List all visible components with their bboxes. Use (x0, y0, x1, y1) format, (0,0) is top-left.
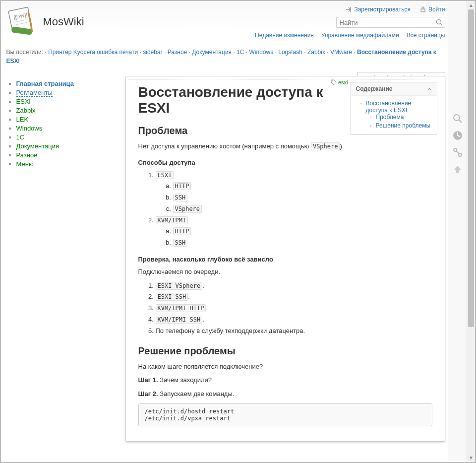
top-tool-icon[interactable] (452, 163, 464, 175)
revisions-tool-icon[interactable] (452, 130, 464, 141)
crumb[interactable]: Zabbix (307, 49, 325, 56)
sidebar-item-esxi[interactable]: ESXi (16, 98, 31, 105)
svg-rect-6 (421, 9, 425, 12)
step-1: Шаг 1. Зачем заходили? (138, 375, 432, 385)
crumb[interactable]: 1C (237, 49, 244, 56)
scroll-up-icon[interactable]: ▲ (467, 1, 475, 9)
article: esxi Содержание Восстановление доступа к… (125, 76, 445, 442)
sidebar-item-reglament[interactable]: Регламенты (16, 89, 53, 97)
tag-icon (331, 79, 337, 85)
problem-intro: Нет доступа к управлению хостом (наприме… (138, 141, 432, 151)
backlinks-tool-icon[interactable] (452, 146, 464, 158)
crumb[interactable]: sidebar (143, 49, 162, 56)
crumb[interactable]: VMware (330, 49, 352, 56)
crumb[interactable]: Принтер Kyocera ошибка печати (48, 49, 138, 56)
svg-line-15 (456, 151, 459, 154)
wiki-logo-icon: [[DW]] (6, 6, 38, 38)
breadcrumb: Вы посетили: · Принтер Kyocera ошибка пе… (6, 39, 445, 68)
page-tools (448, 1, 467, 462)
heading-check: Проверка, насколько глубоко всё зависло (138, 256, 432, 263)
svg-line-8 (440, 24, 442, 26)
sidebar-item-lek[interactable]: LEK (16, 116, 29, 123)
tag-esxi[interactable]: esxi (331, 79, 348, 85)
chevron-up-icon[interactable] (427, 86, 432, 91)
step-2: Шаг 2. Запускаем две команды. (138, 389, 432, 399)
search-tool-icon[interactable] (452, 113, 464, 125)
svg-point-9 (332, 80, 333, 81)
sidebar: Главная страница Регламенты ESXi Zabbix … (6, 76, 111, 442)
crumb[interactable]: Windows (249, 49, 274, 56)
sidebar-item-windows[interactable]: Windows (16, 125, 43, 132)
check-list: ESXI VSphere. ESXI SSH. KVM/IPMI HTTP. K… (138, 281, 432, 336)
media-manager-link[interactable]: Управление медиафайлами (321, 32, 399, 39)
toc-link[interactable]: Проблема (376, 114, 404, 121)
toc-link[interactable]: Решение проблемы (376, 122, 431, 129)
heading-solution: Решение проблемы (138, 345, 432, 357)
sidebar-item-misc[interactable]: Разное (16, 151, 38, 159)
crumb[interactable]: Документация (192, 49, 232, 56)
register-link[interactable]: Зарегистрироваться (345, 6, 410, 13)
sidebar-item-1c[interactable]: 1С (16, 133, 25, 141)
code-block: /etc/init.d/hostd restart /etc/init.d/vp… (138, 403, 432, 426)
search-input[interactable] (336, 17, 445, 28)
register-icon (345, 6, 352, 13)
access-list: ESXI HTTP SSH VSphere KVM/IPMI HTTP SSH (138, 170, 432, 249)
heading-access: Способы доступа (138, 159, 432, 166)
site-title[interactable]: MosWiki (43, 15, 84, 28)
check-intro: Подключаемся по очереди. (138, 267, 432, 277)
sidebar-item-menu[interactable]: Меню (16, 160, 34, 168)
login-link[interactable]: Войти (419, 6, 445, 13)
sidebar-item-zabbix[interactable]: Zabbix (16, 107, 36, 114)
crumb[interactable]: Разное (168, 49, 187, 56)
sidebar-item-docs[interactable]: Документация (16, 142, 60, 150)
sidebar-item-main[interactable]: Главная страница (16, 80, 74, 87)
svg-point-10 (454, 115, 460, 121)
scroll-down-icon[interactable]: ▼ (467, 454, 475, 462)
all-pages-link[interactable]: Все страницы (407, 32, 445, 39)
toc: Содержание Восстановление доступа к ESXI… (351, 82, 437, 135)
solution-q: На каком шаге появляется подключение? (138, 362, 432, 372)
svg-point-7 (436, 20, 441, 24)
lock-icon (419, 6, 426, 13)
recent-changes-link[interactable]: Недавние изменения (255, 32, 314, 39)
search-icon[interactable] (435, 18, 443, 26)
crumb[interactable]: Logstash (278, 49, 302, 56)
svg-line-11 (459, 120, 462, 123)
toc-link[interactable]: Восстановление доступа к ESXI (366, 100, 412, 114)
scrollbar-thumb[interactable] (468, 9, 474, 327)
scrollbar[interactable]: ▲ ▼ (467, 1, 475, 462)
toc-title: Содержание (356, 85, 393, 92)
